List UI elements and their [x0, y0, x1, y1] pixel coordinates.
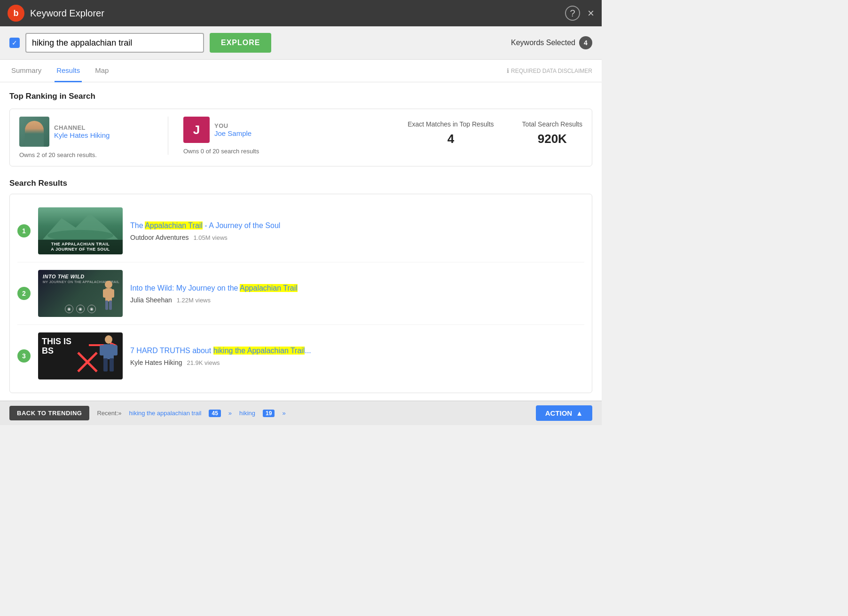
search-checkbox[interactable]: ✓: [9, 38, 20, 48]
back-to-trending-button[interactable]: BACK TO TRENDING: [9, 406, 89, 420]
result-title-highlight-3: hiking the Appalachian Trail: [213, 347, 305, 355]
recent-badge-2: 19: [263, 410, 275, 417]
action-arrow-icon: ▲: [576, 409, 583, 417]
title-bar-left: b Keyword Explorer: [8, 5, 104, 22]
total-results-label: Total Search Results: [522, 120, 582, 128]
ranking-you: J YOU Joe Sample Owns 0 of 20 search res…: [168, 117, 299, 155]
result-title-highlight-1: Appalachian Trail: [145, 221, 203, 229]
result-thumbnail-1: THE APPALACHIAN TRAILA JOURNEY OF THE SO…: [38, 207, 123, 254]
result-title-suffix-3: ...: [305, 347, 311, 355]
result-meta-2: Julia Sheehan 1.22M views: [130, 296, 584, 304]
ranking-channel: CHANNEL Kyle Hates Hiking Owns 2 of 20 s…: [19, 117, 160, 158]
svg-rect-13: [103, 344, 114, 359]
help-button[interactable]: ?: [565, 6, 580, 21]
result-num-2: 2: [17, 287, 31, 300]
you-label: YOU: [214, 122, 251, 129]
result-info-1: The Appalachian Trail - A Journey of the…: [130, 221, 584, 241]
result-num-1: 1: [17, 224, 31, 237]
result-meta-1: Outdoor Adventures 1.05M views: [130, 234, 584, 241]
result-views-2: 1.22M views: [177, 297, 211, 304]
disclaimer: ℹ REQUIRED DATA DISCLAIMER: [507, 67, 592, 74]
recent-item-2-link[interactable]: hiking: [239, 410, 255, 417]
result-thumbnail-3: THIS ISBS: [38, 332, 123, 379]
search-results-title: Search Results: [9, 179, 592, 188]
exact-matches-label: Exact Matches in Top Results: [408, 120, 494, 128]
channel-name[interactable]: Kyle Hates Hiking: [54, 131, 110, 139]
you-owns: Owns 0 of 20 search results: [183, 148, 299, 155]
channel-owns: Owns 2 of 20 search results.: [19, 151, 160, 158]
result-channel-3: Kyle Hates Hiking: [130, 359, 182, 366]
result-title-highlight-2: Appalachian Trail: [240, 284, 298, 292]
tab-map[interactable]: Map: [93, 60, 110, 82]
result-num-3: 3: [17, 349, 31, 363]
stat-exact-matches: Exact Matches in Top Results 4: [408, 120, 494, 146]
action-button[interactable]: ACTION ▲: [536, 405, 592, 421]
recent-chevron-2: »: [282, 410, 285, 417]
channel-info: CHANNEL Kyle Hates Hiking: [54, 124, 110, 139]
title-bar: b Keyword Explorer ? ×: [0, 0, 602, 26]
explore-button[interactable]: EXPLORE: [210, 33, 271, 53]
action-label: ACTION: [545, 409, 573, 417]
footer: BACK TO TRENDING Recent:» hiking the app…: [0, 401, 602, 425]
tabs: Summary Results Map ℹ REQUIRED DATA DISC…: [0, 60, 602, 82]
thumb-2-title: Into The Wild: [43, 274, 85, 279]
app-icon: b: [8, 5, 24, 22]
result-channel-2: Julia Sheehan: [130, 296, 172, 304]
you-avatar: J: [183, 117, 210, 143]
channel-thumbnail: [19, 117, 49, 147]
recent-label: Recent:»: [97, 410, 121, 417]
svg-rect-7: [109, 300, 112, 310]
svg-rect-17: [110, 358, 114, 371]
you-name[interactable]: Joe Sample: [214, 129, 251, 137]
tab-summary[interactable]: Summary: [9, 60, 43, 82]
exact-matches-value: 4: [408, 132, 494, 146]
result-item-1: 1 THE APPALACHIAN TRAILA JOURNEY OF THE …: [17, 200, 584, 262]
keywords-selected-label: Keywords Selected: [511, 39, 575, 47]
result-info-2: Into the Wild: My Journey on the Appalac…: [130, 283, 584, 304]
svg-point-12: [105, 335, 112, 344]
title-bar-right: ? ×: [565, 6, 594, 21]
app-title: Keyword Explorer: [30, 8, 104, 19]
tab-results[interactable]: Results: [55, 60, 82, 82]
results-list: 1 THE APPALACHIAN TRAILA JOURNEY OF THE …: [9, 194, 592, 393]
you-header: J YOU Joe Sample: [183, 117, 299, 143]
svg-rect-15: [113, 345, 118, 355]
thumb-3-person: [97, 335, 120, 379]
main-content: Summary Results Map ℹ REQUIRED DATA DISC…: [0, 60, 602, 401]
channel-label: CHANNEL: [54, 124, 110, 131]
thumb-1-text: THE APPALACHIAN TRAILA JOURNEY OF THE SO…: [38, 240, 123, 254]
result-title-prefix-2: Into the Wild: My Journey on the: [130, 284, 240, 292]
result-info-3: 7 HARD TRUTHS about hiking the Appalachi…: [130, 346, 584, 366]
result-title-suffix-1: - A Journey of the Soul: [203, 221, 280, 229]
result-thumbnail-2: Into The Wild MY JOURNEY ON THE APPALACH…: [38, 270, 123, 317]
channel-header: CHANNEL Kyle Hates Hiking: [19, 117, 160, 147]
result-title-3[interactable]: 7 HARD TRUTHS about hiking the Appalachi…: [130, 346, 584, 356]
ranking-box: CHANNEL Kyle Hates Hiking Owns 2 of 20 s…: [9, 109, 592, 166]
recent-badge-1: 45: [209, 410, 220, 417]
thumb-3-cross: [76, 350, 99, 376]
search-results-section: Search Results 1 THE APPALACHIAN TRAILA …: [0, 171, 602, 401]
result-title-2[interactable]: Into the Wild: My Journey on the Appalac…: [130, 283, 584, 293]
result-title-1[interactable]: The Appalachian Trail - A Journey of the…: [130, 221, 584, 231]
recent-item-1-link[interactable]: hiking the appalachian trail: [129, 410, 202, 417]
result-views-3: 21.9K views: [187, 359, 220, 366]
stat-total-results: Total Search Results 920K: [522, 120, 582, 146]
disclaimer-text: REQUIRED DATA DISCLAIMER: [511, 68, 592, 74]
recent-chevron-1: »: [228, 410, 232, 417]
keywords-selected: Keywords Selected 4: [511, 36, 592, 49]
channel-person-shape: [25, 121, 44, 147]
thumb-3-title: THIS ISBS: [42, 337, 71, 356]
close-button[interactable]: ×: [588, 7, 594, 20]
result-item-3: 3 THIS ISBS: [17, 325, 584, 387]
thumb-1-mountain: [38, 211, 123, 241]
top-ranking-section: Top Ranking in Search CHANNEL Kyle Hates…: [0, 82, 602, 171]
ranking-stats: Exact Matches in Top Results 4 Total Sea…: [408, 117, 582, 146]
top-ranking-title: Top Ranking in Search: [9, 92, 592, 101]
search-input[interactable]: [25, 33, 204, 53]
total-results-value: 920K: [522, 132, 582, 146]
result-item-2: 2 Into The Wild MY JOURNEY ON THE APPALA…: [17, 262, 584, 325]
svg-rect-5: [110, 289, 114, 298]
result-views-1: 1.05M views: [194, 234, 228, 241]
thumb-2-figure: [99, 280, 118, 317]
search-bar: ✓ EXPLORE Keywords Selected 4: [0, 26, 602, 60]
